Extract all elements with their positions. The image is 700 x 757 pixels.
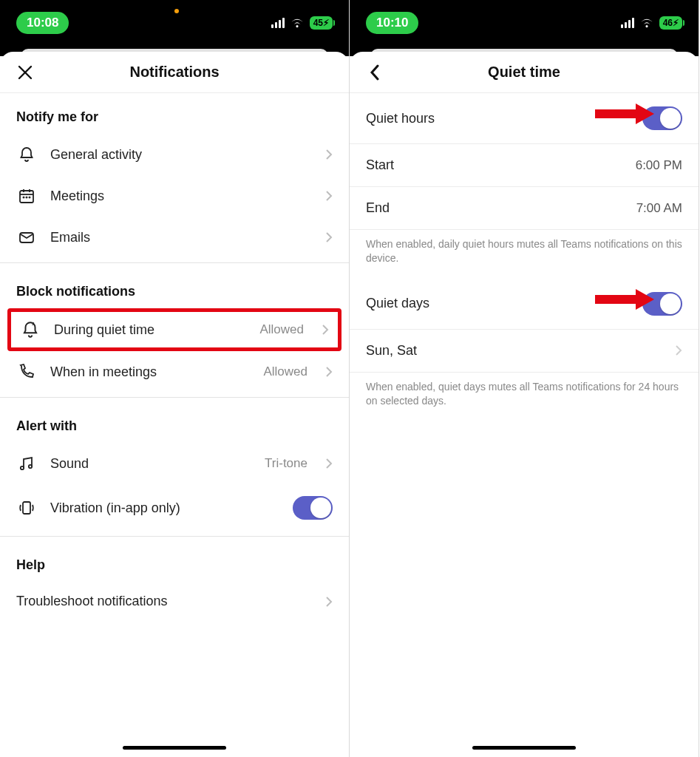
row-start-time[interactable]: Start 6:00 PM [350, 144, 699, 186]
row-end-time[interactable]: End 7:00 AM [350, 187, 699, 229]
header: Quiet time [350, 52, 699, 93]
phone-right: 10:10 46⚡︎ Quiet time Quiet hours Start … [350, 0, 699, 757]
section-alert-title: Alert with [0, 402, 349, 443]
music-icon [16, 455, 37, 472]
row-days-selected[interactable]: Sun, Sat [350, 330, 699, 372]
status-time: 10:10 [366, 12, 418, 34]
cellular-icon [621, 18, 634, 28]
row-label: Sun, Sat [366, 343, 417, 359]
svg-rect-13 [23, 502, 30, 514]
row-troubleshoot[interactable]: Troubleshoot notifications [0, 582, 349, 621]
svg-point-8 [29, 197, 30, 197]
close-button[interactable] [13, 61, 37, 84]
home-indicator [123, 746, 226, 750]
row-value: Allowed [263, 364, 307, 379]
chevron-right-icon [325, 190, 333, 202]
calendar-icon [16, 187, 37, 205]
wifi-icon [290, 18, 305, 28]
chevron-right-icon [322, 324, 329, 336]
section-block-title: Block notifications [0, 268, 349, 308]
row-label: When in meetings [50, 364, 250, 380]
home-indicator [472, 746, 576, 750]
bell-icon [16, 146, 37, 163]
row-label: Emails [50, 230, 312, 245]
svg-point-6 [23, 197, 24, 197]
row-label: During quiet time [54, 322, 246, 338]
status-right: 45⚡︎ [271, 16, 333, 30]
back-button[interactable] [363, 61, 387, 84]
row-value: 7:00 AM [636, 201, 682, 216]
row-vibration[interactable]: Vibration (in-app only) [0, 484, 349, 532]
page-title: Notifications [129, 64, 219, 81]
phone-icon [16, 363, 37, 381]
row-emails[interactable]: Emails [0, 217, 349, 258]
header: Notifications [0, 52, 349, 93]
mail-icon [16, 228, 37, 246]
chevron-right-icon [675, 344, 682, 356]
cellular-icon [271, 18, 285, 28]
vibration-toggle[interactable] [293, 496, 333, 520]
row-meetings[interactable]: Meetings [0, 175, 349, 217]
phone-left: 10:08 45⚡︎ Notifications Notify me for G… [0, 0, 350, 757]
quiet-days-toggle[interactable] [642, 292, 682, 316]
row-value: Tri-tone [265, 456, 307, 471]
vibration-icon [16, 499, 37, 517]
row-sound[interactable]: Sound Tri-tone [0, 443, 349, 484]
svg-point-12 [29, 465, 32, 468]
row-value: 6:00 PM [636, 158, 682, 173]
row-label: Sound [50, 456, 251, 472]
svg-point-7 [26, 197, 27, 197]
row-label: End [366, 200, 390, 216]
chevron-right-icon [325, 458, 333, 469]
wifi-icon [639, 18, 654, 28]
row-label: Vibration (in-app only) [50, 500, 279, 516]
quiet-days-footnote: When enabled, quiet days mutes all Teams… [350, 373, 699, 421]
row-general-activity[interactable]: General activity [0, 134, 349, 175]
quiet-time-icon: z [20, 320, 41, 339]
section-notify-title: Notify me for [0, 93, 349, 134]
row-label: General activity [50, 147, 312, 163]
chevron-right-icon [325, 596, 333, 608]
chevron-left-icon [369, 64, 381, 81]
quiet-hours-toggle[interactable] [642, 106, 682, 130]
sheet: Quiet time Quiet hours Start 6:00 PM End… [350, 52, 699, 757]
section-help-title: Help [0, 541, 349, 582]
row-label: Start [366, 157, 394, 173]
row-label: Quiet days [366, 296, 429, 311]
chevron-right-icon [325, 366, 333, 378]
row-during-quiet-time[interactable]: z During quiet time Allowed [7, 308, 341, 351]
row-label: Quiet hours [366, 111, 435, 126]
quiet-hours-footnote: When enabled, daily quiet hours mutes al… [350, 230, 699, 279]
page-title: Quiet time [488, 64, 560, 81]
chevron-right-icon [325, 231, 333, 243]
sheet: Notifications Notify me for General acti… [0, 52, 349, 757]
chevron-right-icon [325, 149, 333, 160]
row-label: Troubleshoot notifications [16, 594, 312, 609]
battery-icon: 45⚡︎ [310, 16, 333, 30]
battery-icon: 46⚡︎ [659, 16, 682, 30]
svg-point-11 [21, 466, 24, 469]
row-when-in-meetings[interactable]: When in meetings Allowed [0, 351, 349, 393]
row-label: Meetings [50, 189, 312, 204]
status-bar: 10:08 45⚡︎ [0, 0, 349, 43]
close-icon [17, 64, 33, 81]
row-quiet-hours[interactable]: Quiet hours [350, 93, 699, 143]
status-right: 46⚡︎ [621, 16, 682, 30]
recording-dot-icon [174, 9, 179, 13]
row-value: Allowed [259, 322, 304, 337]
status-time: 10:08 [16, 12, 69, 34]
status-bar: 10:10 46⚡︎ [350, 0, 699, 43]
row-quiet-days[interactable]: Quiet days [350, 279, 699, 329]
